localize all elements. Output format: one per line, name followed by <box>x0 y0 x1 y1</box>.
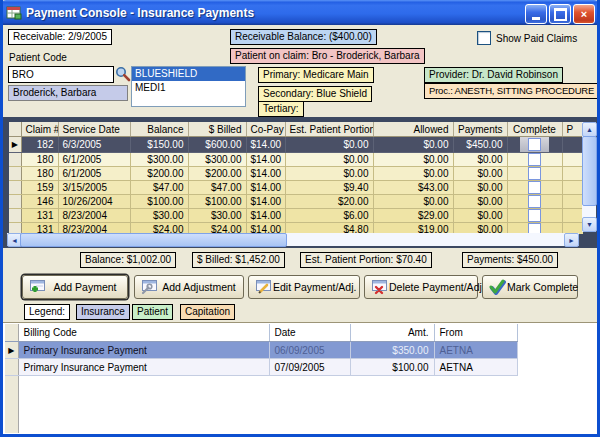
claims-row[interactable]: 1806/1/2005 $300.00$300.00 $14.00$0.00 $… <box>9 153 583 167</box>
claims-row[interactable]: 1593/15/2005 $47.00$47.00 $14.00$9.40 $4… <box>9 181 583 195</box>
add-adjustment-icon <box>139 279 159 295</box>
col-payments[interactable]: Payments <box>453 122 507 137</box>
col-est-patient-portion[interactable]: Est. Patient Portion <box>285 122 373 137</box>
complete-checkbox[interactable] <box>528 181 541 194</box>
mark-complete-button[interactable]: Mark Complete <box>482 275 578 299</box>
col-from[interactable]: From <box>434 324 517 342</box>
est-patient-portion-total: Est. Patient Portion: $70.40 <box>300 252 432 268</box>
col-billed[interactable]: $ Billed <box>188 122 246 137</box>
complete-checkbox[interactable] <box>528 153 541 166</box>
minimize-button[interactable] <box>525 4 547 24</box>
search-icon <box>115 66 131 82</box>
vertical-scroll-thumb[interactable] <box>582 136 597 206</box>
payments-table: Billing Code Date Amt. From ▶ Primary In… <box>5 324 518 376</box>
patient-code-input[interactable] <box>8 66 114 83</box>
app-icon <box>6 6 22 20</box>
claims-header-row: Claim # Service Date Balance $ Billed Co… <box>9 122 583 137</box>
row-selector-arrow: ▶ <box>8 346 14 355</box>
vertical-scrollbar[interactable]: ▲ ▼ <box>582 122 596 232</box>
delete-payment-icon <box>369 279 389 295</box>
horizontal-scroll-thumb[interactable] <box>20 233 287 247</box>
provider-tag: Provider: Dr. David Robinson <box>424 67 563 83</box>
col-billing-code[interactable]: Billing Code <box>18 324 269 342</box>
payments-header-row: Billing Code Date Amt. From <box>5 324 517 342</box>
edit-payment-icon <box>253 279 273 295</box>
carrier-list-item[interactable]: BLUESHIELD <box>132 67 245 81</box>
title-bar[interactable]: Payment Console - Insurance Payments × <box>0 0 600 25</box>
add-payment-button[interactable]: Add Payment <box>22 275 128 299</box>
col-date[interactable]: Date <box>269 324 350 342</box>
claims-grid-panel: Claim # Service Date Balance $ Billed Co… <box>3 117 597 248</box>
col-complete[interactable]: Complete <box>507 122 562 137</box>
row-selector-arrow: ▶ <box>12 140 18 149</box>
scroll-up-button[interactable]: ▲ <box>582 122 597 137</box>
col-copay[interactable]: Co-Pay <box>246 122 285 137</box>
payments-total: Payments: $450.00 <box>462 252 558 268</box>
complete-checkbox[interactable] <box>528 195 541 208</box>
receivable-balance-tag: Receivable Balance: ($400.00) <box>230 29 377 45</box>
carrier-list-item[interactable]: MEDI1 <box>132 81 245 95</box>
horizontal-scrollbar[interactable]: ◄ ► <box>7 233 579 246</box>
legend-capitation: Capitation <box>180 304 235 320</box>
payment-row[interactable]: ▶ Primary Insurance Payment 06/09/2005 $… <box>5 342 517 359</box>
edit-payment-button[interactable]: Edit Payment/Adj. <box>248 275 360 299</box>
delete-payment-button[interactable]: Delete Payment/Adj. <box>364 275 478 299</box>
col-claim[interactable]: Claim # <box>21 122 58 137</box>
legend-label: Legend: <box>24 304 70 320</box>
minimize-icon <box>532 17 540 20</box>
carrier-listbox[interactable]: BLUESHIELD MEDI1 <box>131 66 246 107</box>
legend-insurance: Insurance <box>76 304 130 320</box>
complete-checkbox[interactable] <box>528 209 541 222</box>
complete-checkbox[interactable] <box>528 138 541 151</box>
billed-total: $ Billed: $1,452.00 <box>192 252 285 268</box>
col-allowed[interactable]: Allowed <box>373 122 453 137</box>
patient-code-label: Patient Code <box>9 52 67 63</box>
show-paid-claims-label: Show Paid Claims <box>496 33 577 44</box>
maximize-icon <box>554 8 567 21</box>
claims-row[interactable]: ▶ 1826/3/2005 $150.00$600.00 $14.00$0.00… <box>9 137 583 153</box>
col-partial[interactable]: P <box>562 122 583 137</box>
claims-row[interactable]: 1806/1/2005 $200.00$200.00 $14.00$0.00 $… <box>9 167 583 181</box>
primary-insurance-tag: Primary: Medicare Main <box>258 67 374 83</box>
show-paid-claims[interactable]: Show Paid Claims <box>477 31 577 45</box>
claims-row[interactable]: 1318/23/2004 $30.00$30.00 $14.00$6.00 $2… <box>9 209 583 223</box>
col-amt[interactable]: Amt. <box>350 324 434 342</box>
claims-row[interactable]: 14610/26/2004 $100.00$100.00 $14.00$20.0… <box>9 195 583 209</box>
col-balance[interactable]: Balance <box>130 122 188 137</box>
col-service-date[interactable]: Service Date <box>58 122 130 137</box>
procedure-tag: Proc.: ANESTH, SITTING PROCEDURE <box>424 83 599 99</box>
tertiary-insurance-tag: Tertiary: <box>258 101 304 117</box>
secondary-insurance-tag: Secondary: Blue Shield <box>258 86 372 102</box>
scroll-right-button[interactable]: ► <box>564 233 579 247</box>
payment-row[interactable]: Primary Insurance Payment 07/09/2005 $10… <box>5 359 517 376</box>
add-payment-icon <box>27 279 47 295</box>
payments-panel: Billing Code Date Amt. From ▶ Primary In… <box>3 322 597 434</box>
scroll-down-button[interactable]: ▼ <box>582 217 597 232</box>
add-adjustment-button[interactable]: Add Adjustment <box>134 275 244 299</box>
legend-patient: Patient <box>132 304 173 320</box>
patient-on-claim-tag: Patient on claim: Bro - Broderick, Barba… <box>230 48 425 64</box>
maximize-button[interactable] <box>549 4 571 24</box>
window-title: Payment Console - Insurance Payments <box>26 6 254 20</box>
close-button[interactable]: × <box>573 4 595 24</box>
close-icon: × <box>581 9 587 20</box>
show-paid-claims-checkbox[interactable] <box>477 31 491 45</box>
mark-complete-icon <box>487 279 507 295</box>
receivable-date-tag: Receivable: 2/9/2005 <box>8 29 112 45</box>
patient-name-tag: Broderick, Barbara <box>8 85 128 101</box>
balance-total: Balance: $1,002.00 <box>80 252 176 268</box>
search-button[interactable] <box>114 66 131 83</box>
claims-grid: Claim # Service Date Balance $ Billed Co… <box>9 122 583 234</box>
complete-checkbox[interactable] <box>528 167 541 180</box>
